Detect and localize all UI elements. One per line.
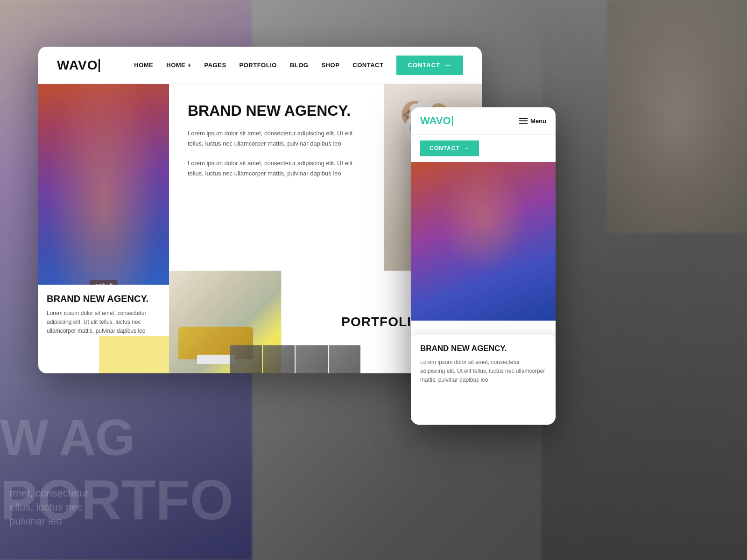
mobile-menu-button[interactable]: Menu: [519, 118, 546, 125]
mobile-logo-cursor: [452, 116, 453, 126]
bg-new-agency-text: W AG: [0, 407, 134, 467]
mobile-content: BRAND NEW AGENCY. Lorem ipsum dolor sit …: [411, 162, 556, 425]
nav-cta-arrow: →: [444, 61, 452, 70]
nav-blog[interactable]: BLOG: [290, 62, 309, 69]
hamburger-line-1: [519, 118, 528, 119]
nav-links: HOME HOME + PAGES PORTFOLIO BLOG SHOP CO…: [134, 62, 383, 69]
mobile-hoodie-image: [411, 162, 556, 321]
grid-cell-1: [230, 345, 262, 373]
small-grid: [230, 345, 360, 373]
grid-cell-2: [263, 345, 295, 373]
logo-cursor: [99, 59, 100, 72]
mobile-bottom-desc: Lorem ipsum dolor sit amet, consectetur …: [420, 358, 546, 385]
nav-cta-label: CONTACT: [408, 62, 440, 69]
menu-label: Menu: [530, 118, 546, 125]
desktop-navbar: WAVO HOME HOME + PAGES PORTFOLIO BLOG SH…: [38, 47, 482, 84]
mobile-bottom-title: BRAND NEW AGENCY.: [420, 344, 546, 353]
mobile-cta-button[interactable]: CONTACT →: [420, 140, 479, 156]
hero-desc-2: Lorem ipsum dolor sit amet, consectetur …: [188, 158, 365, 179]
desktop-logo[interactable]: WAVO: [57, 58, 100, 73]
grid-cell-4: [329, 345, 361, 373]
mobile-logo-text: WAVO: [420, 115, 451, 127]
mobile-logo[interactable]: WAVO: [420, 115, 453, 127]
left-image-column: work-x6 BRAND NEW AGENCY. Lorem ipsum do…: [38, 84, 169, 373]
nav-home[interactable]: HOME: [134, 62, 153, 69]
nav-cta-button[interactable]: CONTACT →: [396, 56, 463, 75]
mobile-cta-bar: CONTACT →: [411, 135, 556, 162]
bg-portfolio-text: PORTFO: [0, 468, 233, 532]
mobile-cta-arrow: →: [464, 145, 470, 152]
hamburger-icon: [519, 118, 528, 124]
nav-pages[interactable]: PAGES: [204, 62, 226, 69]
nav-contact[interactable]: CONTACT: [352, 62, 383, 69]
logo-text: WAVO: [57, 58, 98, 73]
left-bottom-desc: Lorem ipsum dolor sit amet, consectetur …: [47, 309, 161, 336]
hamburger-line-2: [519, 120, 528, 121]
bg-animal-right: [607, 0, 747, 233]
hero-desc-1: Lorem ipsum dolor sit amet, consectetur …: [188, 128, 365, 149]
mobile-card: WAVO Menu CONTACT → BRAND NEW AGENCY. Lo…: [411, 107, 556, 425]
hero-title: BRAND NEW AGENCY.: [188, 103, 365, 119]
nav-portfolio[interactable]: PORTFOLIO: [240, 62, 277, 69]
grid-cell-3: [296, 345, 328, 373]
mobile-cta-label: CONTACT: [430, 145, 460, 152]
yellow-strip: [99, 336, 169, 373]
mobile-navbar: WAVO Menu: [411, 107, 556, 135]
hamburger-line-3: [519, 123, 528, 124]
mobile-bottom-card: BRAND NEW AGENCY. Lorem ipsum dolor sit …: [411, 335, 556, 425]
left-bottom-title: BRAND NEW AGENCY.: [47, 293, 161, 304]
nav-home-plus[interactable]: HOME +: [166, 62, 191, 69]
nav-shop[interactable]: SHOP: [321, 62, 339, 69]
